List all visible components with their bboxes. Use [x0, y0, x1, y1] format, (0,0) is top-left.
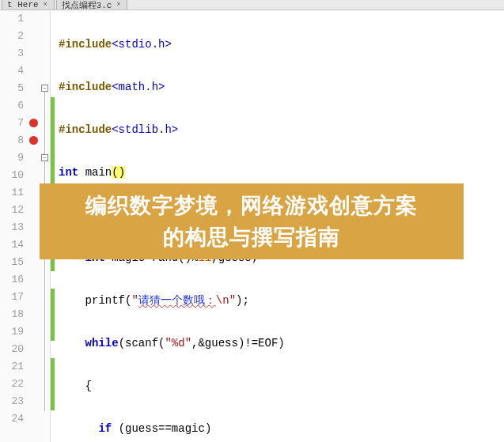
fold-minus-icon[interactable]: − [41, 85, 48, 92]
line-number: 11 [0, 184, 24, 202]
close-icon[interactable]: × [115, 2, 122, 9]
identifier: printf [85, 294, 125, 307]
breakpoint-icon[interactable] [29, 136, 38, 145]
keyword: if [98, 422, 112, 435]
line-number-gutter: 1 2 3 4 5 6 7 8 9 10 11 12 13 14 15 16 1… [0, 10, 28, 442]
fold-minus-icon[interactable]: − [41, 154, 48, 161]
banner-line2: 的构思与撰写指南 [163, 225, 340, 249]
line-number: 8 [0, 132, 24, 149]
overlay-banner: 编织数字梦境，网络游戏创意方案 的构思与撰写指南 [40, 183, 464, 259]
change-marker [51, 289, 55, 341]
change-marker [51, 358, 55, 410]
breakpoint-icon[interactable] [29, 119, 38, 127]
keyword: while [85, 337, 119, 349]
line-number: 3 [0, 45, 24, 62]
line-number: 10 [0, 167, 24, 184]
line-number: 5 [0, 80, 24, 97]
expr: guess==magic [125, 422, 205, 435]
close-icon[interactable]: × [42, 2, 49, 9]
tab-label: 找点编程3.c [62, 0, 112, 11]
line-number: 16 [0, 271, 24, 289]
line-number: 17 [0, 289, 24, 306]
breakpoint-margin[interactable] [28, 10, 40, 442]
preproc: #include [59, 38, 112, 51]
line-number: 7 [0, 115, 24, 132]
line-number: 9 [0, 149, 24, 167]
code-text: !=EOF [244, 337, 278, 349]
line-number: 18 [0, 306, 24, 323]
matched-paren: () [112, 166, 125, 179]
include-path: <stdlib.h> [112, 123, 178, 136]
string: "%d" [165, 337, 191, 349]
tab-active[interactable]: 找点编程3.c × [56, 0, 128, 9]
keyword: int [59, 166, 78, 179]
string: " [131, 294, 138, 307]
line-number: 4 [0, 62, 24, 80]
line-number: 22 [0, 376, 24, 393]
brace: { [85, 380, 92, 392]
paren: ( [119, 337, 125, 349]
line-number: 6 [0, 97, 24, 115]
line-number: 20 [0, 341, 24, 358]
string-cjk: 请猜一个数哦： [138, 294, 216, 307]
preproc: #include [59, 123, 112, 136]
line-number: 19 [0, 323, 24, 341]
line-number: 15 [0, 254, 24, 271]
paren: ) [278, 337, 284, 349]
line-number: 12 [0, 202, 24, 219]
line-number: 23 [0, 393, 24, 410]
line-number: 14 [0, 236, 24, 254]
change-marker [51, 97, 55, 184]
tab-partial-left[interactable]: t Here × [2, 0, 55, 9]
semi: ; [242, 294, 248, 307]
line-number: 21 [0, 358, 24, 376]
line-number: 2 [0, 28, 24, 45]
paren: ) [205, 422, 211, 435]
code-text: ,&guess [191, 337, 238, 349]
banner-line1: 编织数字梦境，网络游戏创意方案 [85, 194, 418, 217]
line-number: 1 [0, 10, 24, 28]
line-number: 13 [0, 219, 24, 236]
tab-bar: t Here × 找点编程3.c × [0, 0, 504, 10]
string: \n" [216, 294, 236, 307]
line-number: 24 [0, 410, 24, 428]
tab-label: t Here [7, 0, 39, 9]
identifier: main [85, 166, 112, 179]
identifier: scanf [125, 337, 158, 349]
include-path: <math.h> [112, 81, 165, 93]
preproc: #include [59, 81, 112, 93]
include-path: <stdio.h> [112, 38, 172, 51]
paren: ( [112, 422, 125, 435]
